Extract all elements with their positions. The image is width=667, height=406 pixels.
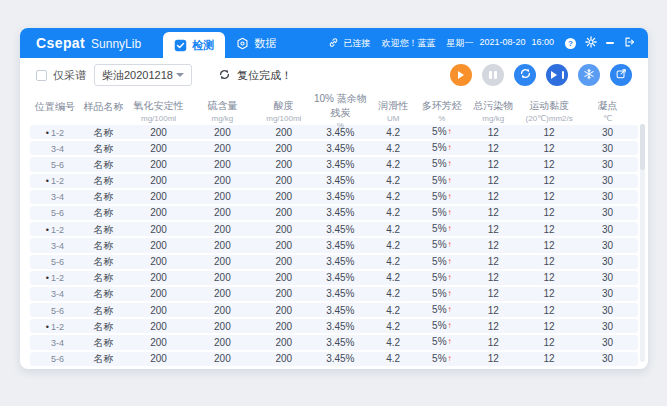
column-header[interactable]: 总污染物 mg/kg — [465, 99, 521, 123]
table-row[interactable]: •3-4 名称 200 200 200 3.45% 4.2 5%↑ 12 12 … — [30, 238, 638, 252]
cell-lubricity: 4.2 — [368, 190, 418, 204]
cell-lubricity: 4.2 — [368, 287, 418, 301]
pah-alert-up-icon: ↑ — [448, 240, 452, 249]
skip-next-button[interactable] — [546, 64, 568, 86]
table-row[interactable]: •1-2 名称 200 200 200 3.45% 4.2 5%↑ 12 12 … — [30, 174, 638, 188]
table-row[interactable]: •1-2 名称 200 200 200 3.45% 4.2 5%↑ 12 12 … — [30, 125, 638, 139]
cell-oxidation-stability: 200 — [127, 304, 190, 318]
column-header[interactable]: 多环芳烃 % — [418, 99, 465, 123]
spectrum-only-checkbox[interactable] — [36, 70, 47, 81]
pause-button[interactable] — [482, 64, 504, 86]
column-header[interactable]: 凝点 ℃ — [577, 99, 638, 123]
table-row[interactable]: •1-2 名称 200 200 200 3.45% 4.2 5%↑ 12 12 … — [30, 271, 638, 285]
cell-carbon-residue: 3.45% — [313, 352, 368, 366]
tab-data[interactable]: 数据 — [225, 28, 287, 58]
cell-oxidation-stability: 200 — [127, 126, 190, 140]
cell-carbon-residue: 3.45% — [313, 336, 368, 350]
active-row-bullet: • — [46, 176, 49, 186]
table-row[interactable]: •5-6 名称 200 200 200 3.45% 4.2 5%↑ 12 12 … — [30, 157, 638, 171]
sync-button[interactable] — [514, 64, 536, 86]
reset-icon[interactable] — [218, 68, 231, 83]
cell-total-contaminants: 12 — [465, 223, 521, 237]
column-label: 润滑性 — [368, 99, 418, 113]
cell-freezing-point: 30 — [577, 255, 638, 269]
pah-alert-up-icon: ↑ — [448, 159, 452, 168]
profile-select[interactable]: 柴油20201218 — [94, 64, 192, 86]
cell-oxidation-stability: 200 — [127, 320, 190, 334]
cell-pah: 5%↑ — [418, 287, 465, 302]
cell-acidity: 200 — [255, 223, 313, 237]
column-header[interactable]: 酸度 mg/100ml — [255, 99, 313, 123]
cell-freezing-point: 30 — [577, 223, 638, 237]
table-body: •1-2 名称 200 200 200 3.45% 4.2 5%↑ 12 12 … — [30, 125, 638, 366]
cell-sample-name: 名称 — [80, 320, 127, 334]
column-header[interactable]: 润滑性 UM — [368, 99, 418, 123]
table-row[interactable]: •5-6 名称 200 200 200 3.45% 4.2 5%↑ 12 12 … — [30, 206, 638, 220]
detect-tab-icon — [174, 39, 187, 52]
cell-position: •3-4 — [30, 287, 80, 301]
minimize-icon[interactable] — [606, 42, 614, 44]
cell-acidity: 200 — [255, 255, 313, 269]
cell-position: •5-6 — [30, 206, 80, 220]
active-row-bullet: • — [46, 128, 49, 138]
export-button[interactable] — [610, 64, 632, 86]
table-row[interactable]: •3-4 名称 200 200 200 3.45% 4.2 5%↑ 12 12 … — [30, 190, 638, 204]
table-row[interactable]: •3-4 名称 200 200 200 3.45% 4.2 5%↑ 12 12 … — [30, 287, 638, 301]
cell-pah: 5%↑ — [418, 352, 465, 367]
reset-status-text: 复位完成！ — [237, 68, 292, 83]
weekday: 星期一 — [446, 37, 473, 50]
cell-kinematic-viscosity: 12 — [521, 352, 577, 366]
table-row[interactable]: •3-4 名称 200 200 200 3.45% 4.2 5%↑ 12 12 … — [30, 335, 638, 349]
column-header[interactable]: 运动黏度 (20℃)mm2/s — [521, 99, 577, 123]
freeze-button[interactable] — [578, 64, 600, 86]
table-header-row: 位置编号 样品名称 氧化安定性 mg/100ml 硫含量 mg/kg 酸度 mg… — [30, 92, 638, 122]
cell-position: •3-4 — [30, 239, 80, 253]
cell-lubricity: 4.2 — [368, 320, 418, 334]
column-header[interactable]: 位置编号 — [30, 100, 80, 123]
cell-sulfur-content: 200 — [190, 271, 255, 285]
pah-alert-up-icon: ↑ — [448, 273, 452, 282]
cell-position: •1-2 — [30, 174, 80, 188]
exit-icon[interactable] — [623, 36, 635, 50]
snowflake-icon — [583, 68, 595, 83]
brand-logo: Csepat SunnyLib — [36, 35, 141, 51]
table-row[interactable]: •5-6 名称 200 200 200 3.45% 4.2 5%↑ 12 12 … — [30, 303, 638, 317]
table-scrollbar[interactable] — [640, 124, 645, 362]
column-header[interactable]: 样品名称 — [80, 100, 127, 123]
column-label: 位置编号 — [30, 100, 80, 114]
link-icon — [328, 37, 339, 50]
cell-sample-name: 名称 — [80, 239, 127, 253]
cell-sulfur-content: 200 — [190, 223, 255, 237]
brand-secondary: SunnyLib — [91, 37, 141, 51]
cell-sulfur-content: 200 — [190, 126, 255, 140]
cell-total-contaminants: 12 — [465, 271, 521, 285]
help-icon[interactable]: ? — [565, 38, 576, 49]
cell-oxidation-stability: 200 — [127, 336, 190, 350]
column-header[interactable]: 10% 蒸余物残炭 % — [313, 92, 368, 130]
cell-kinematic-viscosity: 12 — [521, 304, 577, 318]
scrollbar-thumb[interactable] — [640, 124, 645, 170]
column-label: 10% 蒸余物残炭 — [313, 92, 368, 120]
cell-acidity: 200 — [255, 352, 313, 366]
cell-carbon-residue: 3.45% — [313, 206, 368, 220]
column-header[interactable]: 氧化安定性 mg/100ml — [127, 99, 190, 123]
table-row[interactable]: •3-4 名称 200 200 200 3.45% 4.2 5%↑ 12 12 … — [30, 141, 638, 155]
cell-kinematic-viscosity: 12 — [521, 223, 577, 237]
sync-icon — [519, 67, 532, 83]
cell-position: •1-2 — [30, 320, 80, 334]
cell-pah: 5%↑ — [418, 141, 465, 156]
table-row[interactable]: •5-6 名称 200 200 200 3.45% 4.2 5%↑ 12 12 … — [30, 352, 638, 366]
pah-alert-up-icon: ↑ — [448, 192, 452, 201]
cell-freezing-point: 30 — [577, 190, 638, 204]
tab-detection[interactable]: 检测 — [163, 32, 225, 58]
cell-carbon-residue: 3.45% — [313, 271, 368, 285]
table-row[interactable]: •1-2 名称 200 200 200 3.45% 4.2 5%↑ 12 12 … — [30, 319, 638, 333]
cell-total-contaminants: 12 — [465, 126, 521, 140]
gear-icon[interactable] — [585, 36, 597, 50]
column-label: 氧化安定性 — [127, 99, 190, 113]
play-button[interactable] — [450, 64, 472, 86]
table-row[interactable]: •5-6 名称 200 200 200 3.45% 4.2 5%↑ 12 12 … — [30, 255, 638, 269]
column-header[interactable]: 硫含量 mg/kg — [190, 99, 255, 123]
tab-label: 检测 — [192, 38, 214, 53]
table-row[interactable]: •1-2 名称 200 200 200 3.45% 4.2 5%↑ 12 12 … — [30, 222, 638, 236]
